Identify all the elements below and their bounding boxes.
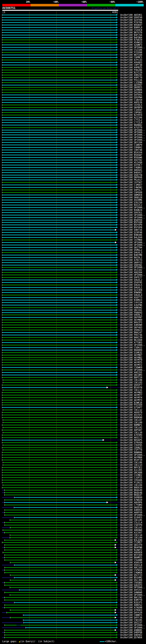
hit-label[interactable]: UniRef100_UPI000..: [120, 344, 145, 346]
alignment-line[interactable]: [2, 375, 116, 375]
hit-label[interactable]: UniRef100_Q4GXL1: [120, 286, 142, 289]
alignment-line[interactable]: [10, 527, 116, 528]
hit-label[interactable]: UniRef100_B5FXP9: [120, 224, 142, 226]
hit-label[interactable]: UniRef100_Q2HRD6: [120, 89, 142, 91]
hit-label[interactable]: UniRef100_Q4GXL3: [120, 251, 142, 254]
alignment-line[interactable]: [2, 115, 116, 115]
alignment-line[interactable]: [2, 152, 116, 153]
hit-label[interactable]: UniRef100_Q2XTD6: [120, 19, 142, 21]
hit-label[interactable]: UniRef100_Q8I3T9: [120, 544, 142, 546]
hit-label[interactable]: UniRef100_P41569: [120, 404, 142, 406]
hit-label[interactable]: UniRef100_A9ZT82: [120, 159, 142, 161]
hit-label[interactable]: UniRef100_B6K247: [120, 331, 142, 334]
alignment-line[interactable]: [2, 87, 116, 88]
hit-label[interactable]: UniRef100_C5DHJ2: [120, 346, 142, 349]
alignment-line[interactable]: [10, 580, 115, 580]
alignment-line[interactable]: [2, 20, 116, 20]
alignment-line[interactable]: [2, 252, 116, 253]
hit-label[interactable]: UniRef100_B8NRH6: [120, 451, 142, 454]
alignment-line[interactable]: [23, 620, 116, 620]
hit-label[interactable]: UniRef100_Q42064: [120, 91, 142, 94]
alignment-line[interactable]: [2, 92, 116, 93]
alignment-line[interactable]: [2, 217, 116, 218]
alignment-line[interactable]: [2, 142, 116, 143]
alignment-line[interactable]: [10, 587, 116, 588]
alignment-line[interactable]: [3, 420, 116, 420]
hit-label[interactable]: UniRef100_A9Z0M6: [120, 199, 142, 201]
alignment-line[interactable]: [2, 110, 116, 110]
alignment-line[interactable]: [5, 592, 116, 593]
alignment-line[interactable]: [4, 522, 116, 523]
hit-label[interactable]: UniRef100_A6RFU9: [120, 511, 142, 514]
alignment-line[interactable]: [4, 570, 116, 570]
alignment-line[interactable]: [14, 517, 116, 518]
hit-label[interactable]: UniRef100_UPI000..: [120, 216, 145, 219]
alignment-line[interactable]: [2, 35, 116, 36]
alignment-line[interactable]: [2, 160, 116, 160]
alignment-line[interactable]: [2, 257, 116, 258]
hit-label[interactable]: UniRef100_Q5R7Y8: [120, 174, 142, 176]
alignment-line[interactable]: [2, 310, 116, 310]
hit-label[interactable]: UniRef100_Q7RGK3: [120, 609, 142, 611]
alignment-line[interactable]: [2, 215, 116, 216]
alignment-line[interactable]: [2, 295, 116, 296]
hit-label[interactable]: UniRef100_B2D2F5: [120, 601, 142, 604]
hit-label[interactable]: UniRef100_Q5MGL2: [120, 249, 142, 251]
alignment-line[interactable]: [5, 540, 115, 540]
alignment-line[interactable]: [14, 497, 116, 498]
hit-label[interactable]: UniRef100_Q2QNF3: [120, 44, 142, 46]
hit-label[interactable]: UniRef100_C4QB62: [120, 166, 142, 169]
hit-label[interactable]: UniRef100_C5KTP9: [120, 524, 142, 526]
hit-label[interactable]: UniRef100_C6TDL5: [120, 104, 142, 106]
alignment-line[interactable]: [2, 70, 116, 70]
alignment-line[interactable]: [3, 465, 116, 465]
hit-label[interactable]: UniRef100_Q4DPQ8: [120, 631, 142, 634]
alignment-line[interactable]: [5, 625, 16, 626]
hit-label[interactable]: UniRef100_B6QG47: [120, 494, 142, 496]
alignment-line[interactable]: [2, 112, 116, 113]
alignment-line[interactable]: [2, 234, 116, 235]
hit-label[interactable]: UniRef100_Q4PSL7: [120, 189, 142, 191]
hit-label[interactable]: UniRef100_UPI000..: [120, 624, 145, 626]
hit-label[interactable]: UniRef100_P08093: [120, 312, 142, 314]
alignment-line[interactable]: [2, 144, 116, 145]
hit-label[interactable]: UniRef100_B0E639: [120, 486, 142, 489]
alignment-line[interactable]: [2, 277, 116, 278]
hit-label[interactable]: UniRef100_Q4YYJ6: [120, 616, 142, 619]
hit-label[interactable]: UniRef100_B8CCN2: [120, 596, 142, 599]
hit-label[interactable]: UniRef100_C8CLR3: [120, 381, 142, 384]
alignment-line[interactable]: [3, 462, 116, 463]
alignment-line[interactable]: [2, 307, 116, 308]
hit-label[interactable]: UniRef100_A9J5P2: [120, 414, 142, 416]
hit-label[interactable]: UniRef100_C0H8H2: [120, 146, 142, 149]
hit-label[interactable]: UniRef100_Q6P0V6: [120, 176, 142, 179]
hit-label[interactable]: UniRef100_C1GPI5: [120, 476, 142, 479]
alignment-line[interactable]: [24, 622, 116, 623]
hit-label[interactable]: UniRef100_UPI000..: [120, 626, 145, 629]
alignment-line[interactable]: [2, 415, 116, 415]
alignment-line[interactable]: [14, 565, 116, 566]
hit-label[interactable]: UniRef100_B4N386: [120, 234, 142, 236]
hit-label[interactable]: UniRef100_Q4N6W9: [120, 591, 142, 594]
hit-label[interactable]: UniRef100_A1C9X7: [120, 531, 142, 534]
hit-label[interactable]: UniRef100_B4IZC2: [120, 204, 142, 206]
alignment-line[interactable]: [14, 602, 116, 603]
hit-label[interactable]: UniRef100_A0FGR7: [120, 429, 142, 431]
alignment-line[interactable]: [3, 485, 116, 486]
alignment-line[interactable]: [5, 515, 116, 516]
alignment-line[interactable]: [2, 155, 116, 155]
alignment-line[interactable]: [2, 200, 116, 200]
alignment-line[interactable]: [2, 100, 116, 100]
alignment-line[interactable]: [10, 562, 115, 563]
alignment-line[interactable]: [2, 417, 116, 418]
hit-label[interactable]: UniRef100_Q9FEZ7: [120, 276, 142, 279]
alignment-line[interactable]: [2, 302, 116, 303]
alignment-line[interactable]: [2, 127, 116, 128]
hit-label[interactable]: UniRef100_Q75AP7: [120, 406, 142, 409]
hit-label[interactable]: UniRef100_Q19VE5: [120, 516, 142, 519]
hit-label[interactable]: UniRef100_A6YM88: [120, 456, 142, 459]
alignment-line[interactable]: [2, 157, 116, 158]
alignment-line[interactable]: [2, 120, 116, 120]
alignment-line[interactable]: [2, 400, 116, 400]
alignment-line[interactable]: [2, 314, 116, 315]
